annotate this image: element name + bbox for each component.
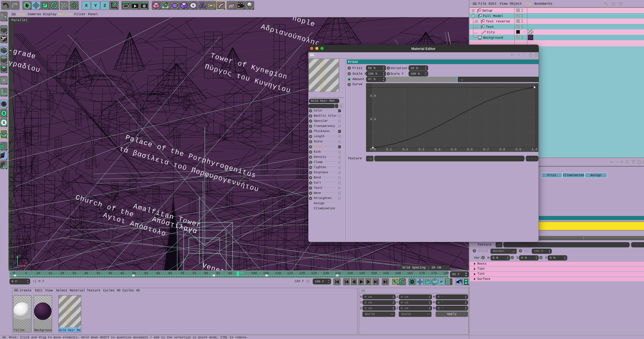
svg-text:Z: Z xyxy=(104,3,106,8)
svg-text:Y: Y xyxy=(94,3,97,8)
svg-text:P: P xyxy=(440,280,443,284)
svg-text:X: X xyxy=(85,3,88,8)
svg-text:R: R xyxy=(61,6,63,9)
svg-text:Background: Background xyxy=(34,329,52,332)
svg-text:S: S xyxy=(2,111,5,115)
svg-text:Y: Y xyxy=(19,254,20,258)
svg-text:Z: Z xyxy=(14,262,15,266)
svg-text:Gold Hair Mat: Gold Hair Mat xyxy=(59,329,81,332)
svg-text:S: S xyxy=(2,102,5,106)
svg-text:X: X xyxy=(26,262,27,265)
svg-text:S: S xyxy=(2,120,5,125)
svg-text:Titles: Titles xyxy=(14,329,24,332)
